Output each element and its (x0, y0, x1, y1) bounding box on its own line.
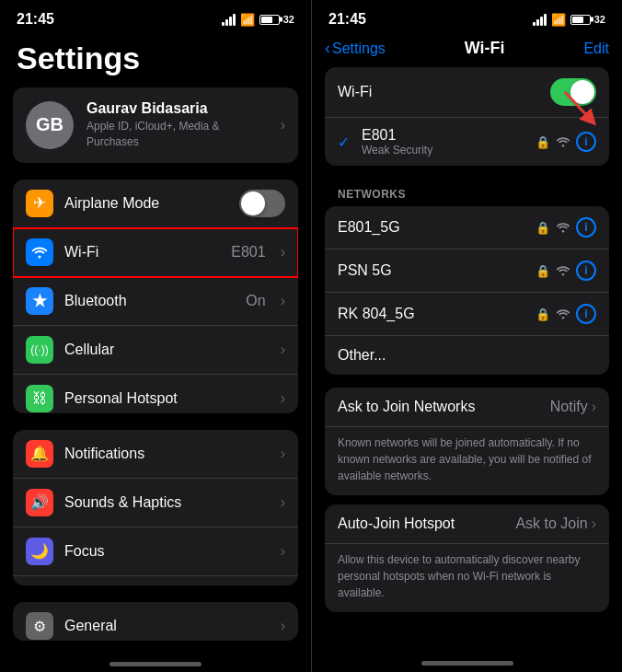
profile-name: Gaurav Bidasaria (86, 100, 268, 117)
right-signal-icon (533, 14, 547, 26)
networks-group: E801_5G 🔒 i PSN 5G 🔒 i (325, 206, 609, 375)
ask-join-row[interactable]: Ask to Join Networks Notify › (325, 388, 609, 427)
other-network-label: Other... (338, 347, 596, 364)
network-row[interactable]: PSN 5G 🔒 i (325, 249, 609, 293)
sounds-icon: 🔊 (26, 489, 53, 516)
wifi-icon-network (556, 222, 570, 233)
profile-chevron: › (281, 117, 285, 133)
bluetooth-value: On (246, 293, 265, 309)
sounds-row[interactable]: 🔊 Sounds & Haptics › (13, 479, 298, 527)
wifi-toggle-row[interactable]: Wi-Fi (325, 67, 609, 118)
right-time: 21:45 (328, 11, 366, 28)
airplane-mode-toggle[interactable] (239, 190, 285, 217)
svg-point-5 (562, 273, 565, 276)
auto-join-description: Allow this device to automatically disco… (325, 544, 609, 612)
auto-join-label: Auto-Join Hotspot (338, 516, 515, 532)
connected-info: E801 Weak Security (362, 127, 528, 156)
connected-network-row[interactable]: ✓ E801 Weak Security 🔒 i (325, 118, 609, 166)
network-row[interactable]: RK 804_5G 🔒 i (325, 293, 609, 336)
left-home-indicator (0, 657, 311, 672)
network-info-button[interactable]: i (576, 217, 596, 238)
ask-join-label: Ask to Join Networks (338, 399, 550, 415)
notifications-icon: 🔔 (26, 440, 53, 468)
signal-icon (222, 14, 236, 26)
wifi-main-group: Wi-Fi ✓ E801 Weak Security 🔒 i (325, 67, 609, 166)
ask-join-value: Notify (550, 399, 588, 415)
connected-row-icons: 🔒 i (536, 132, 596, 152)
ask-join-group: Ask to Join Networks Notify › Known netw… (325, 388, 609, 495)
hotspot-label: Personal Hotspot (64, 390, 270, 407)
cellular-icon: ((·)) (26, 336, 53, 364)
svg-point-6 (562, 317, 565, 319)
focus-row[interactable]: 🌙 Focus › (13, 527, 298, 576)
focus-label: Focus (64, 543, 270, 560)
wifi-toggle[interactable] (550, 78, 596, 106)
wifi-toggle-label: Wi-Fi (338, 84, 550, 100)
network-row-icons: 🔒 i (536, 261, 596, 281)
right-battery-icon: 32 (570, 14, 605, 25)
settings-group-2: 🔔 Notifications › 🔊 Sounds & Haptics › 🌙… (13, 430, 298, 585)
back-button[interactable]: ‹ Settings (325, 39, 386, 58)
network-info-button[interactable]: i (576, 304, 596, 324)
bluetooth-label: Bluetooth (64, 293, 235, 309)
other-network-row[interactable]: Other... (325, 336, 609, 375)
sounds-chevron: › (281, 494, 285, 511)
general-row[interactable]: ⚙ General › (13, 602, 298, 641)
lock-icon: 🔒 (536, 135, 550, 149)
cellular-row[interactable]: ((·)) Cellular › (13, 326, 298, 375)
right-panel: 21:45 📶 32 ‹ Settings Wi-Fi Edit Wi-Fi ✓ (311, 0, 622, 672)
wifi-icon (26, 238, 53, 266)
wifi-row[interactable]: Wi-Fi E801 › (13, 228, 298, 277)
right-status-bar: 21:45 📶 32 (312, 0, 622, 33)
back-label: Settings (332, 41, 386, 57)
general-chevron: › (281, 618, 285, 634)
right-wifi-status-icon: 📶 (551, 13, 566, 27)
svg-point-4 (562, 230, 565, 233)
notifications-row[interactable]: 🔔 Notifications › (13, 430, 298, 479)
hotspot-row[interactable]: ⛓ Personal Hotspot › (13, 375, 298, 413)
bluetooth-row[interactable]: ★ Bluetooth On › (13, 277, 298, 326)
cellular-chevron: › (281, 342, 285, 358)
profile-card[interactable]: GB Gaurav Bidasaria Apple ID, iCloud+, M… (13, 87, 298, 163)
network-row-icons: 🔒 i (536, 304, 596, 324)
focus-chevron: › (281, 543, 285, 560)
nav-bar: ‹ Settings Wi-Fi Edit (312, 33, 622, 67)
hotspot-chevron: › (281, 390, 285, 407)
hotspot-icon: ⛓ (26, 385, 53, 412)
left-time: 21:45 (17, 11, 54, 28)
auto-join-value: Ask to Join (515, 516, 587, 532)
auto-join-row[interactable]: Auto-Join Hotspot Ask to Join › (325, 504, 609, 544)
bluetooth-chevron: › (281, 293, 285, 309)
wifi-icon-network (556, 308, 570, 319)
airplane-mode-row[interactable]: ✈ Airplane Mode (13, 180, 298, 228)
right-home-indicator (312, 654, 622, 672)
lock-icon: 🔒 (536, 221, 550, 235)
wifi-icon-network (556, 265, 570, 276)
network-row[interactable]: E801_5G 🔒 i (325, 206, 609, 249)
connected-info-button[interactable]: i (576, 132, 596, 152)
notifications-chevron: › (281, 446, 285, 462)
general-icon: ⚙ (26, 612, 53, 640)
weak-security-label: Weak Security (362, 144, 528, 156)
airplane-mode-label: Airplane Mode (64, 195, 228, 212)
screen-time-row[interactable]: ⌛ Screen Time › (13, 576, 298, 585)
edit-button[interactable]: Edit (583, 41, 609, 57)
wifi-chevron: › (281, 244, 285, 261)
network-info-button[interactable]: i (576, 261, 596, 281)
left-status-bar: 21:45 📶 32 (0, 0, 311, 33)
right-status-icons: 📶 32 (533, 13, 605, 27)
left-home-bar (109, 662, 202, 666)
networks-section-header: NETWORKS (312, 175, 622, 206)
left-status-icons: 📶 32 (222, 13, 294, 27)
network-row-icons: 🔒 i (536, 217, 596, 238)
wifi-status-icon: 📶 (240, 13, 255, 27)
left-panel: 21:45 📶 32 Settings GB Gaurav Bidasaria … (0, 0, 311, 672)
ask-join-description: Known networks will be joined automatica… (325, 427, 609, 495)
notifications-label: Notifications (64, 446, 270, 462)
sounds-label: Sounds & Haptics (64, 494, 270, 511)
connected-checkmark: ✓ (338, 133, 354, 151)
network-name-psn-5g: PSN 5G (338, 262, 528, 279)
lock-icon: 🔒 (536, 264, 550, 278)
bluetooth-icon: ★ (26, 287, 53, 315)
lock-icon: 🔒 (536, 307, 550, 321)
